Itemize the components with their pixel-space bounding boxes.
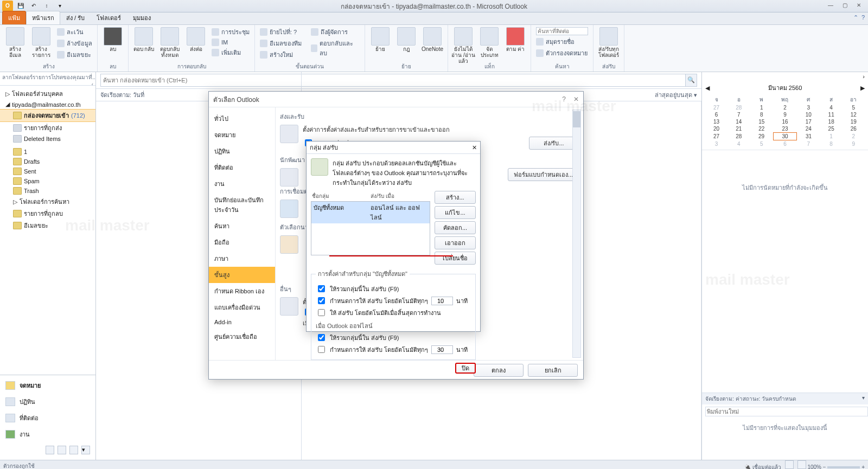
- nav-drafts[interactable]: Drafts: [0, 157, 95, 166]
- address-book-button[interactable]: สมุดรายชื่อ: [534, 36, 590, 47]
- find-contact-input[interactable]: [534, 27, 590, 36]
- options-nav-11[interactable]: แถบเครื่องมือด่วน: [209, 299, 275, 316]
- options-nav-5[interactable]: บันทึกย่อและบันทึกประจำวัน: [209, 192, 275, 218]
- new-task-input[interactable]: [705, 407, 868, 416]
- move-button[interactable]: ย้าย: [368, 27, 392, 52]
- navbar-more[interactable]: ▾: [0, 442, 95, 458]
- arrange-by-button[interactable]: จัดเรียงตาม: วันที่: [100, 90, 144, 100]
- arrange-order-button[interactable]: ล่าสุดอยู่บนสุด ▾: [655, 90, 697, 100]
- send-receive-settings-button[interactable]: ส่ง/รับ...: [529, 137, 579, 150]
- tab-folder[interactable]: โฟลเดอร์: [91, 11, 127, 24]
- tab-send-receive[interactable]: ส่ง / รับ: [60, 11, 91, 24]
- options-nav-6[interactable]: ค้นหา: [209, 218, 275, 234]
- options-nav-4[interactable]: งาน: [209, 176, 275, 192]
- navbar-tasks[interactable]: งาน: [0, 426, 95, 442]
- todobar-toggle-icon[interactable]: ›: [863, 73, 865, 80]
- options-nav-12[interactable]: Add-in: [209, 316, 275, 329]
- options-nav-10[interactable]: กำหนด Ribbon เอง: [209, 283, 275, 299]
- nav-search-folders[interactable]: ▷ โฟลเดอร์การค้นหา: [0, 196, 95, 208]
- nav-sent[interactable]: Sent: [0, 166, 95, 176]
- new-items-button[interactable]: สร้าง รายการ: [29, 27, 53, 58]
- sr-schedule-auto-checkbox[interactable]: [318, 297, 325, 304]
- tab-home[interactable]: หน้าแรก: [26, 11, 60, 24]
- navbar-mail[interactable]: จดหมาย: [0, 377, 95, 394]
- zoom-in-icon[interactable]: +: [861, 464, 865, 469]
- reply-button[interactable]: ตอบ กลับ: [132, 27, 156, 52]
- sr-include-f9-checkbox[interactable]: [318, 285, 325, 292]
- quickstep-5[interactable]: ตอบกลับและลบ: [309, 38, 358, 59]
- options-ok-button[interactable]: ตกลง: [474, 364, 524, 377]
- close-button[interactable]: ✕: [852, 0, 866, 11]
- onenote-button[interactable]: OneNote: [420, 27, 444, 52]
- ignore-button[interactable]: ละเว้น: [55, 27, 94, 37]
- rules-button[interactable]: กฎ: [394, 27, 418, 52]
- navbar-contacts[interactable]: ที่ติดต่อ: [0, 410, 95, 426]
- nav-inbox[interactable]: กล่องจดหมายเข้า (712): [0, 109, 95, 122]
- sr-close-icon[interactable]: ✕: [472, 144, 477, 151]
- options-cancel-button[interactable]: ยกเลิก: [528, 364, 578, 377]
- sr-new-button[interactable]: สร้าง...: [435, 191, 476, 204]
- sr-groups-list[interactable]: บัญชีทั้งหมดออนไลน์ และ ออฟไลน์: [311, 201, 430, 255]
- options-nav-7[interactable]: มือถือ: [209, 234, 275, 250]
- tab-view[interactable]: มุมมอง: [127, 11, 157, 24]
- nav-folder-1[interactable]: 1: [0, 147, 95, 157]
- zoom-out-icon[interactable]: −: [823, 464, 826, 469]
- nav-sent-items[interactable]: รายการที่ถูกส่ง: [0, 122, 95, 134]
- cal-next-icon[interactable]: ▶: [860, 85, 865, 92]
- sr-edit-button[interactable]: แก้ไข...: [435, 206, 476, 219]
- options-nav-3[interactable]: ที่ติดต่อ: [209, 159, 275, 176]
- more-respond-button[interactable]: เพิ่มเติม: [210, 47, 251, 58]
- quickstep-2[interactable]: อีเมลของทีม: [258, 38, 307, 49]
- sr-auto-on-exit-checkbox[interactable]: [318, 309, 325, 316]
- sr-offline-include-f9-checkbox[interactable]: [318, 334, 325, 341]
- qat-dropdown-icon[interactable]: ▾: [54, 1, 65, 11]
- new-email-button[interactable]: สร้าง อีเมล: [3, 27, 27, 58]
- reply-all-button[interactable]: ตอบกลับ ทั้งหมด: [158, 27, 182, 58]
- custom-forms-button[interactable]: ฟอร์มแบบกำหนดเอง...: [508, 168, 579, 181]
- options-scrollbar[interactable]: [573, 111, 580, 127]
- sr-offline-minutes-input[interactable]: [431, 345, 453, 354]
- maximize-button[interactable]: ▢: [838, 0, 852, 11]
- meeting-button[interactable]: การประชุม: [210, 27, 251, 37]
- qat-undo-icon[interactable]: ↶: [28, 1, 39, 11]
- delete-button[interactable]: ลบ: [101, 27, 125, 52]
- im-button[interactable]: IM: [210, 38, 251, 47]
- categorize-button[interactable]: จัดประเภท: [477, 27, 501, 58]
- search-icon[interactable]: 🔍: [686, 74, 697, 87]
- options-close-icon[interactable]: ✕: [573, 95, 579, 103]
- task-arrange-label[interactable]: จัดเรียงตาม: ค่าสถานะ: วันครบกำหนด: [705, 395, 796, 403]
- options-nav-0[interactable]: ทั่วไป: [209, 111, 275, 127]
- nav-account[interactable]: ◢ tipyada@mailmaster.co.th: [0, 100, 95, 109]
- quickstep-3[interactable]: สร้างใหม่: [258, 49, 307, 60]
- options-nav-1[interactable]: จดหมาย: [209, 127, 275, 143]
- options-nav-2[interactable]: ปฏิทิน: [209, 143, 275, 159]
- unread-read-button[interactable]: ยังไม่ได้อ่าน /อ่านแล้ว: [451, 27, 475, 64]
- nav-deleted-items[interactable]: Deleted Items: [0, 134, 95, 144]
- qat-save-icon[interactable]: 💾: [15, 1, 26, 11]
- junk-button[interactable]: อีเมลขยะ: [55, 49, 94, 60]
- minimize-button[interactable]: —: [824, 0, 838, 11]
- send-receive-all-button[interactable]: ส่ง/รับทุก โฟลเดอร์: [597, 27, 621, 58]
- tab-file[interactable]: แฟ้ม: [2, 11, 26, 24]
- sr-close-button[interactable]: ปิด: [455, 363, 476, 374]
- nav-trash[interactable]: Trash: [0, 186, 95, 196]
- filter-email-button[interactable]: ตัวกรองจดหมาย: [534, 48, 590, 59]
- view-normal-icon[interactable]: [785, 460, 794, 469]
- options-nav-13[interactable]: ศูนย์ความเชื่อถือ: [209, 329, 275, 345]
- zoom-slider[interactable]: [827, 466, 860, 468]
- cal-prev-icon[interactable]: ◀: [705, 85, 710, 92]
- view-reading-icon[interactable]: [797, 460, 806, 469]
- nav-spam[interactable]: Spam: [0, 176, 95, 186]
- cleanup-button[interactable]: ล้างข้อมูล: [55, 38, 94, 49]
- followup-button[interactable]: ตาม ค่า: [503, 27, 527, 52]
- forward-button[interactable]: ส่งต่อ: [184, 27, 208, 52]
- sr-rename-button[interactable]: เปลี่ยนชื่อ: [435, 252, 476, 265]
- ribbon-minimize-icon[interactable]: ⌃: [853, 14, 858, 21]
- quickstep-1[interactable]: ย้ายไปที่: ?: [258, 27, 307, 37]
- sr-copy-button[interactable]: คัดลอก...: [435, 221, 476, 234]
- search-input[interactable]: [100, 74, 686, 87]
- nav-deleted-all[interactable]: รายการที่ถูกลบ: [0, 208, 95, 220]
- sr-schedule-minutes-input[interactable]: [431, 297, 453, 305]
- date-navigator[interactable]: ◀มีนาคม 2560▶ จอพพฤศสอา27281234567891011…: [702, 81, 868, 150]
- sr-offline-schedule-checkbox[interactable]: [318, 346, 325, 353]
